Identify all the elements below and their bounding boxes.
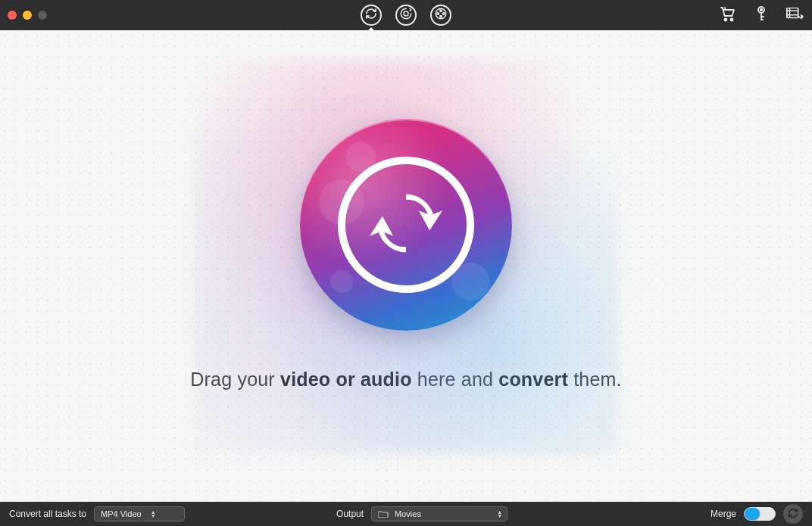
output-format-select[interactable]: MP4 Video ▲▼ bbox=[94, 506, 185, 521]
merge-label: Merge bbox=[710, 509, 736, 519]
svg-point-5 bbox=[443, 13, 445, 14]
stepper-icon: ▲▼ bbox=[497, 510, 502, 518]
hero-badge bbox=[300, 119, 512, 331]
instruction-text: Drag your bbox=[190, 369, 280, 390]
media-clip-icon bbox=[785, 5, 804, 26]
mode-download-tab[interactable] bbox=[395, 5, 417, 26]
refresh-cycle-icon bbox=[364, 7, 378, 23]
svg-rect-10 bbox=[787, 8, 798, 18]
stepper-icon: ▲▼ bbox=[151, 510, 156, 518]
svg-point-7 bbox=[731, 19, 733, 21]
disc-download-icon bbox=[399, 7, 413, 23]
svg-point-4 bbox=[437, 13, 439, 14]
output-folder-label: Output bbox=[336, 509, 364, 519]
svg-point-2 bbox=[440, 10, 442, 11]
bottom-toolbar: Convert all tasks to MP4 Video ▲▼ Output… bbox=[0, 502, 812, 526]
instruction-bold-1: video or audio bbox=[280, 369, 412, 390]
mode-convert-tab[interactable] bbox=[361, 5, 382, 26]
key-icon bbox=[752, 5, 770, 26]
close-window-button[interactable] bbox=[8, 11, 17, 20]
cart-icon bbox=[719, 5, 737, 26]
hero-ring bbox=[338, 157, 474, 293]
window-controls bbox=[8, 11, 47, 20]
svg-point-0 bbox=[404, 11, 408, 16]
drop-instruction: Drag your video or audio here and conver… bbox=[190, 369, 621, 391]
output-folder-value: Movies bbox=[395, 509, 421, 518]
mode-switcher bbox=[361, 0, 451, 30]
folder-icon bbox=[378, 510, 389, 518]
output-format-value: MP4 Video bbox=[101, 509, 142, 518]
svg-point-6 bbox=[725, 19, 727, 21]
convert-icon bbox=[787, 507, 799, 521]
minimize-window-button[interactable] bbox=[23, 11, 32, 20]
svg-point-3 bbox=[440, 16, 442, 17]
convert-arrows-icon bbox=[361, 178, 451, 272]
mode-burn-tab[interactable] bbox=[430, 5, 451, 26]
register-button[interactable] bbox=[751, 5, 771, 25]
titlebar bbox=[0, 0, 812, 30]
instruction-text-3: them. bbox=[568, 369, 622, 390]
drop-zone[interactable]: Drag your video or audio here and conver… bbox=[0, 30, 812, 502]
media-library-button[interactable] bbox=[785, 5, 804, 25]
film-reel-icon bbox=[434, 7, 448, 23]
merge-toggle[interactable] bbox=[744, 507, 776, 521]
convert-all-label: Convert all tasks to bbox=[9, 509, 86, 519]
instruction-bold-2: convert bbox=[498, 369, 568, 390]
toolbar-right bbox=[718, 5, 804, 25]
maximize-window-button[interactable] bbox=[38, 11, 47, 20]
start-convert-button[interactable] bbox=[783, 504, 803, 524]
output-folder-select[interactable]: Movies ▲▼ bbox=[371, 506, 508, 521]
svg-point-9 bbox=[760, 9, 763, 11]
store-button[interactable] bbox=[718, 5, 738, 25]
toggle-knob bbox=[745, 508, 760, 520]
instruction-text-2: here and bbox=[412, 369, 499, 390]
